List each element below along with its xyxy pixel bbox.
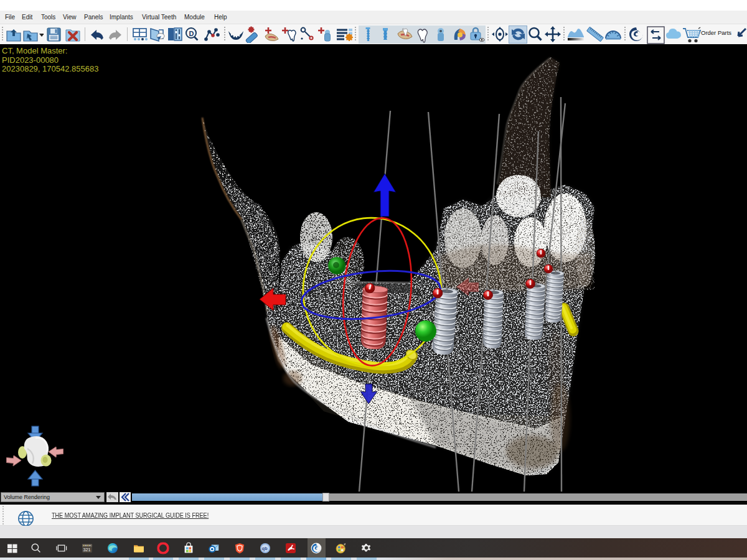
svg-text:qb: qb xyxy=(262,546,268,551)
svg-text:D: D xyxy=(189,30,194,37)
svg-text:321: 321 xyxy=(83,547,91,553)
